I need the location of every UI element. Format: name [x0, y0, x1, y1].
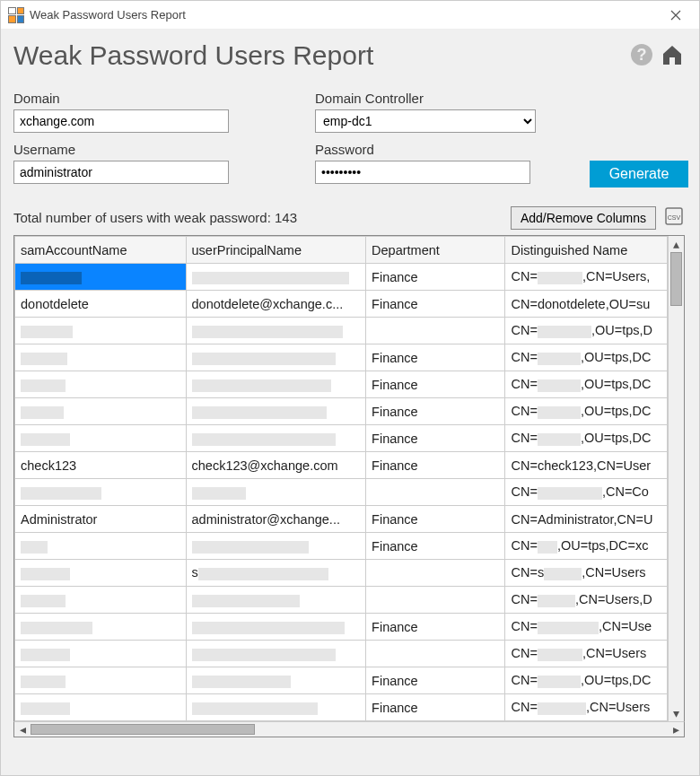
table-cell: CN=,CN=Users	[505, 694, 668, 721]
password-input[interactable]	[315, 161, 530, 184]
table-row[interactable]: Administratoradministrator@xchange...Fin…	[15, 506, 668, 533]
table-row[interactable]: CN=,CN=Users,D	[15, 587, 668, 614]
table-cell	[15, 344, 187, 371]
table-cell	[186, 425, 366, 452]
table-cell	[15, 479, 187, 506]
table-cell: Finance	[366, 291, 505, 318]
horizontal-scrollbar[interactable]: ◂ ▸	[13, 721, 685, 737]
table-cell: Finance	[366, 371, 505, 398]
table-cell: Finance	[366, 264, 505, 291]
table-row[interactable]: CN=,CN=Users	[15, 641, 668, 667]
table-row[interactable]: donotdeletedonotdelete@xchange.c...Finan…	[15, 291, 668, 318]
table-cell	[15, 667, 187, 694]
username-input[interactable]	[13, 161, 229, 184]
table-cell: CN=,CN=Use	[505, 614, 668, 641]
table-cell	[15, 425, 187, 452]
table-cell	[186, 371, 366, 398]
table-cell: CN=,CN=Users	[505, 641, 668, 667]
username-label: Username	[13, 142, 292, 157]
table-row[interactable]: FinanceCN=,CN=Users	[15, 694, 668, 721]
table-row[interactable]: check123check123@xchange.comFinanceCN=ch…	[15, 452, 668, 479]
titlebar: Weak Password Users Report	[1, 1, 699, 30]
dc-select[interactable]: emp-dc1	[315, 109, 536, 133]
table-cell: CN=,OU=tps,DC	[505, 667, 668, 694]
column-header[interactable]: samAccountName	[15, 237, 187, 264]
table-cell	[15, 641, 187, 667]
table-row[interactable]: CN=,CN=Co	[15, 479, 668, 506]
domain-input[interactable]	[13, 109, 229, 133]
table-cell: administrator@xchange...	[186, 506, 366, 533]
table-cell	[15, 560, 187, 587]
table-cell: s	[186, 560, 366, 587]
table-cell	[186, 641, 366, 667]
table-cell: CN=donotdelete,OU=su	[505, 291, 668, 318]
table-cell	[15, 318, 187, 344]
svg-text:CSV: CSV	[668, 214, 681, 221]
table-cell	[186, 344, 366, 371]
table-cell	[186, 264, 366, 291]
table-cell: Finance	[366, 506, 505, 533]
table-cell: Administrator	[15, 506, 187, 533]
table-row[interactable]: FinanceCN=,CN=Use	[15, 614, 668, 641]
table-row[interactable]: FinanceCN=,CN=Users,	[15, 264, 668, 291]
table-cell: Finance	[366, 398, 505, 425]
home-icon[interactable]	[660, 42, 685, 70]
table-cell: CN=,OU=tps,DC	[505, 344, 668, 371]
table-cell: Finance	[366, 533, 505, 560]
table-cell: CN=,OU=tps,D	[505, 318, 668, 344]
table-cell: Finance	[366, 425, 505, 452]
table-cell	[366, 318, 505, 344]
table-row[interactable]: FinanceCN=,OU=tps,DC	[15, 667, 668, 694]
table-row[interactable]: FinanceCN=,OU=tps,DC	[15, 398, 668, 425]
table-cell: donotdelete	[15, 291, 187, 318]
vertical-scroll-thumb[interactable]	[670, 252, 682, 306]
scroll-right-icon[interactable]: ▸	[668, 722, 684, 737]
column-header[interactable]: Department	[366, 237, 505, 264]
export-csv-icon[interactable]: CSV	[663, 205, 685, 230]
table-cell: CN=,CN=Users,	[505, 264, 668, 291]
table-row[interactable]: FinanceCN=,OU=tps,DC	[15, 344, 668, 371]
help-icon[interactable]: ?	[629, 42, 654, 70]
table-row[interactable]: CN=,OU=tps,D	[15, 318, 668, 344]
column-header[interactable]: Distinguished Name	[505, 237, 668, 264]
table-cell	[15, 264, 187, 291]
horizontal-scroll-thumb[interactable]	[31, 724, 255, 735]
app-icon	[8, 7, 24, 23]
scroll-down-icon[interactable]: ▾	[669, 705, 684, 721]
scroll-left-icon[interactable]: ◂	[14, 722, 31, 737]
table-cell	[366, 479, 505, 506]
table-cell	[366, 587, 505, 614]
add-remove-columns-button[interactable]: Add/Remove Columns	[511, 206, 656, 230]
table-cell	[186, 533, 366, 560]
table-row[interactable]: FinanceCN=,OU=tps,DC=xc	[15, 533, 668, 560]
table-cell: CN=,OU=tps,DC	[505, 425, 668, 452]
page-title: Weak Password Users Report	[13, 40, 624, 71]
table-cell: CN=Administrator,CN=U	[505, 506, 668, 533]
table-cell	[366, 641, 505, 667]
password-label: Password	[315, 142, 566, 157]
table-cell: Finance	[366, 667, 505, 694]
close-icon[interactable]	[660, 4, 692, 26]
table-cell: check123@xchange.com	[186, 452, 366, 479]
table-cell	[15, 533, 187, 560]
generate-button[interactable]: Generate	[590, 161, 688, 187]
dc-label: Domain Controller	[315, 91, 566, 106]
table-row[interactable]: FinanceCN=,OU=tps,DC	[15, 425, 668, 452]
table-cell	[186, 318, 366, 344]
column-header[interactable]: userPrincipalName	[186, 237, 366, 264]
table-cell	[366, 560, 505, 587]
table-row[interactable]: sCN=s,CN=Users	[15, 560, 668, 587]
table-row[interactable]: FinanceCN=,OU=tps,DC	[15, 371, 668, 398]
scroll-up-icon[interactable]: ▴	[669, 236, 684, 252]
vertical-scrollbar[interactable]: ▴ ▾	[668, 236, 684, 721]
table-cell: CN=,OU=tps,DC	[505, 371, 668, 398]
table-cell: CN=,CN=Users,D	[505, 587, 668, 614]
table-cell	[15, 694, 187, 721]
table-cell: Finance	[366, 694, 505, 721]
table-cell	[186, 614, 366, 641]
table-cell: CN=,OU=tps,DC=xc	[505, 533, 668, 560]
table-cell	[186, 667, 366, 694]
table-cell	[186, 587, 366, 614]
table-cell	[15, 587, 187, 614]
results-table: samAccountNameuserPrincipalNameDepartmen…	[14, 236, 668, 721]
